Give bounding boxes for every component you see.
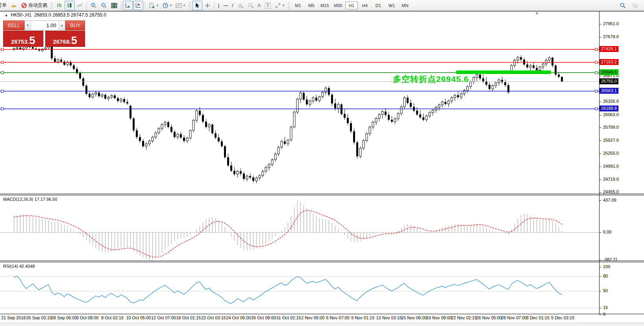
rsi-axis-tick: 0 bbox=[603, 312, 605, 317]
periods-button[interactable]: ▾ bbox=[160, 1, 174, 10]
volume-decrease-button[interactable]: ▼ bbox=[25, 21, 31, 30]
macd-label: MACD(12,26,9) 17.17 96.50 bbox=[3, 197, 57, 202]
buy-price-int: 26768. bbox=[53, 38, 71, 45]
rsi-axis-tick: 50 bbox=[603, 288, 608, 293]
bar-chart-icon bbox=[56, 2, 63, 9]
arrow-tools-button[interactable]: ▾ bbox=[273, 1, 286, 10]
vertical-line-tool[interactable]: | bbox=[216, 1, 221, 10]
cursor-button[interactable] bbox=[192, 1, 202, 10]
svg-text:E: E bbox=[242, 6, 243, 9]
timeframe-w1[interactable]: W1 bbox=[385, 2, 398, 9]
svg-text:F: F bbox=[252, 6, 254, 9]
autotrading-label: 自动交易 bbox=[28, 2, 47, 9]
price-line-badge: 26945.6 bbox=[600, 69, 618, 75]
price-axis[interactable]: 27951.027679.026871.026335.026063.025799… bbox=[601, 0, 644, 326]
time-axis-label: 18 Oct 01:15 bbox=[176, 315, 201, 320]
text-tool[interactable]: A bbox=[256, 1, 263, 10]
timeframe-m15[interactable]: M15 bbox=[318, 2, 331, 9]
horizontal-line-tool[interactable]: — bbox=[221, 1, 230, 10]
auto-scroll-button[interactable] bbox=[123, 1, 133, 10]
history-button[interactable] bbox=[9, 1, 19, 10]
zoom-out-button[interactable] bbox=[99, 1, 109, 10]
candlestick-icon bbox=[67, 2, 73, 9]
rsi-label: RSI(14) 42.4348 bbox=[3, 264, 35, 269]
toolbar-grip[interactable] bbox=[189, 2, 191, 9]
timeframe-m5[interactable]: M5 bbox=[305, 2, 318, 9]
timeframe-h4[interactable]: H4 bbox=[359, 2, 371, 9]
dropdown-caret-icon: ▾ bbox=[170, 4, 172, 7]
time-axis-label: 2 Nov 05:00 bbox=[301, 315, 324, 320]
templates-button[interactable]: ▾ bbox=[174, 1, 187, 10]
main-price-chart[interactable] bbox=[0, 11, 599, 194]
toolbar-grip[interactable] bbox=[51, 2, 53, 9]
chart-title: ▲ HK50-,H1 26853.0 26853.5 26747.5 26755… bbox=[5, 12, 106, 18]
fibonacci-tool[interactable]: F bbox=[246, 1, 256, 10]
tile-windows-icon bbox=[111, 2, 117, 9]
price-line-badge: 27425.1 bbox=[600, 46, 618, 52]
toolbar-separator bbox=[145, 2, 145, 9]
trendline-tool[interactable]: / bbox=[230, 1, 235, 10]
line-chart-button[interactable] bbox=[75, 1, 85, 10]
volume-increase-button[interactable]: ▲ bbox=[59, 21, 65, 30]
chart-annotation-text[interactable]: 多空转折点26945.6 bbox=[393, 74, 469, 85]
timeframe-mn[interactable]: MN bbox=[399, 2, 411, 9]
crosshair-icon bbox=[204, 2, 211, 9]
fibonacci-icon: F bbox=[248, 2, 254, 9]
collapse-arrow-icon[interactable]: ▲ bbox=[5, 13, 8, 17]
toolbar-separator bbox=[214, 2, 215, 9]
periods-icon bbox=[162, 2, 168, 9]
chart-ohlc-values: 26853.0 26853.5 26747.5 26755.0 bbox=[34, 12, 107, 18]
candlestick-chart-button[interactable] bbox=[65, 1, 75, 10]
bar-chart-button[interactable] bbox=[54, 1, 65, 10]
time-axis-label: 3 Dec 01:15 bbox=[526, 315, 550, 320]
pane-separator[interactable] bbox=[0, 194, 644, 194]
sell-label: SELL bbox=[7, 22, 20, 28]
time-axis-label: 13 Nov 03:15 bbox=[376, 315, 402, 320]
indicators-button[interactable]: ▾ bbox=[147, 1, 160, 10]
sell-price-box[interactable]: 26753.5 bbox=[3, 31, 43, 47]
autotrading-button[interactable]: 自动交易 bbox=[19, 1, 49, 10]
volume-value[interactable]: 1.00 bbox=[31, 21, 59, 30]
trendline-icon: / bbox=[232, 3, 233, 8]
text-label-icon: T bbox=[265, 2, 271, 9]
macd-indicator-pane[interactable] bbox=[0, 195, 599, 261]
timeframe-m30[interactable]: M30 bbox=[332, 2, 344, 9]
buy-button[interactable]: BUY bbox=[65, 20, 85, 30]
zoom-out-icon bbox=[101, 2, 107, 9]
rsi-axis-tick: 80 bbox=[603, 274, 608, 278]
buy-price-box[interactable]: 26768.5 bbox=[45, 31, 85, 47]
volume-stepper: ▼ 1.00 ▲ bbox=[24, 20, 65, 30]
rsi-indicator-pane[interactable] bbox=[0, 262, 599, 314]
rsi-axis-tick: 15 bbox=[603, 305, 608, 310]
chart-shift-marker[interactable] bbox=[535, 12, 539, 14]
pane-separator[interactable] bbox=[0, 261, 644, 261]
macd-axis-tick: 0.00 bbox=[603, 230, 611, 234]
time-axis-label: 24 Oct 06:00 bbox=[226, 315, 251, 320]
text-label-tool[interactable]: T bbox=[263, 1, 273, 10]
time-axis-label: 12 Oct 07:00 bbox=[151, 315, 176, 320]
price-tick: 26335.0 bbox=[603, 99, 619, 104]
channel-tool[interactable]: E bbox=[235, 1, 246, 10]
indicators-icon bbox=[149, 2, 155, 9]
price-tick: 25527.0 bbox=[603, 138, 619, 143]
buy-label: BUY bbox=[70, 22, 81, 28]
chart-symbol: HK50-,H1 bbox=[11, 12, 31, 18]
sell-button[interactable]: SELL bbox=[3, 20, 24, 30]
crosshair-button[interactable] bbox=[202, 1, 213, 10]
time-axis-label: 26 Nov 05:00 bbox=[476, 315, 502, 320]
macd-axis-tick: 437.09 bbox=[603, 198, 616, 202]
tile-windows-button[interactable] bbox=[109, 1, 119, 10]
time-axis-label: 3 Oct 08:00 bbox=[76, 315, 99, 320]
time-axis[interactable]: 21 Sep 201826 Sep 03:1528 Sep 06:003 Oct… bbox=[0, 315, 599, 322]
toolbar-grip[interactable] bbox=[288, 2, 290, 9]
resistance-highlight-bar[interactable] bbox=[456, 70, 551, 74]
timeframe-m1[interactable]: M1 bbox=[292, 2, 304, 9]
toolbar-separator bbox=[87, 2, 87, 9]
zoom-in-button[interactable] bbox=[89, 1, 99, 10]
timeframe-h1[interactable]: H1 bbox=[345, 2, 358, 9]
price-tick: 27951.0 bbox=[603, 21, 619, 26]
dropdown-caret-icon: ▾ bbox=[157, 4, 158, 7]
chart-shift-button[interactable] bbox=[133, 1, 143, 10]
timeframe-d1[interactable]: D1 bbox=[372, 2, 385, 9]
new-order-button[interactable]: 订单 bbox=[0, 1, 9, 10]
